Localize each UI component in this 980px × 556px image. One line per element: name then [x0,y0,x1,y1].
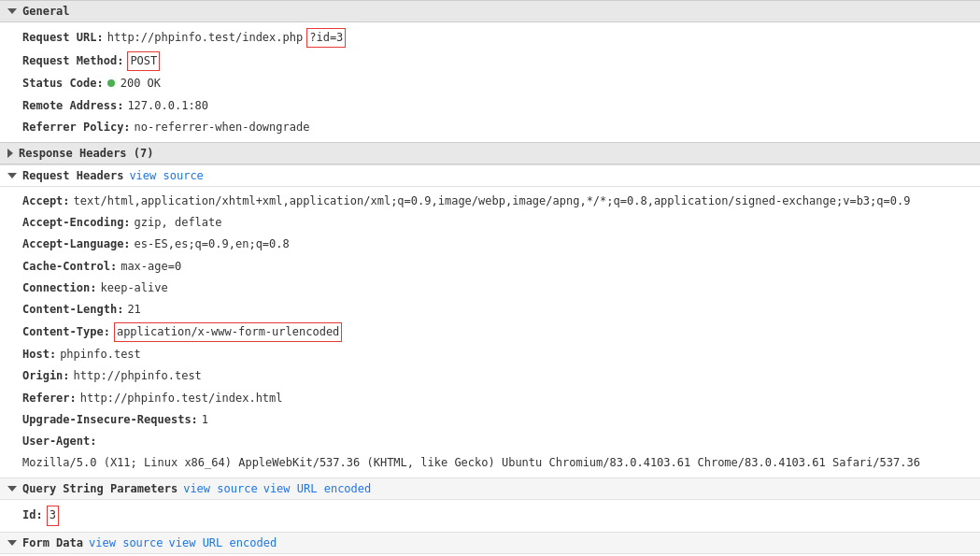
request-header-value: http://phpinfo.test [74,367,202,385]
referrer-policy-value: no-referrer-when-downgrade [135,119,310,136]
request-header-label: Origin: [22,367,70,385]
request-header-value: 1 [202,411,208,429]
request-header-label: Content-Length: [22,301,123,319]
form-data-toggle-icon [7,540,17,546]
status-code-label: Status Code: [22,75,104,93]
query-param-row: Id:3 [0,504,980,527]
general-toggle-icon [7,8,17,14]
query-string-view-source[interactable]: view source [183,482,257,495]
form-data-view-source[interactable]: view source [89,536,163,549]
query-param-value: 3 [47,506,59,525]
remote-address-value: 127.0.0.1:80 [127,97,208,115]
request-header-row: Content-Length:21 [0,299,980,321]
query-string-section: Query String Parameters view source view… [0,478,980,531]
request-method-value: POST [127,51,160,71]
query-string-toggle-icon [7,486,17,492]
request-header-value: text/html,application/xhtml+xml,applicat… [74,192,911,210]
query-string-rows: Id:3 [0,504,980,527]
status-dot-icon [107,79,115,87]
request-method-label: Request Method: [22,52,123,70]
request-header-row: Accept-Language:es-ES,es;q=0.9,en;q=0.8 [0,234,980,255]
response-headers-section: Response Headers (7) [0,142,980,164]
form-data-section: Form Data view source view URL encoded n… [0,532,980,556]
referrer-policy-row: Referrer Policy: no-referrer-when-downgr… [0,117,980,138]
request-url-row: Request URL: http://phpinfo.test/index.p… [0,26,980,50]
remote-address-label: Remote Address: [22,97,123,115]
general-content: Request URL: http://phpinfo.test/index.p… [0,22,980,142]
query-string-content: Id:3 [0,499,980,531]
request-header-label: Referer: [22,390,77,407]
response-headers-header[interactable]: Response Headers (7) [0,142,980,164]
form-data-content: name:Johnsurname:Doe [0,553,980,556]
request-header-value: http://phpinfo.test/index.html [80,390,283,407]
request-header-row: Host:phpinfo.test [0,344,980,365]
request-url-label: Request URL: [22,29,104,47]
status-code-row: Status Code: 200 OK [0,73,980,94]
referrer-policy-label: Referrer Policy: [22,119,131,136]
query-param-label: Id: [22,506,43,524]
request-header-row: Origin:http://phpinfo.test [0,365,980,387]
request-headers-toggle-icon [7,173,17,178]
general-title: General [22,5,70,18]
response-headers-title: Response Headers (7) [19,147,154,160]
form-data-header[interactable]: Form Data view source view URL encoded [0,532,980,553]
request-header-row: Accept:text/html,application/xhtml+xml,a… [0,191,980,212]
request-headers-content: Accept:text/html,application/xhtml+xml,a… [0,186,980,478]
request-header-row: Accept-Encoding:gzip, deflate [0,212,980,234]
request-header-value: es-ES,es;q=0.9,en;q=0.8 [135,235,290,253]
status-code-value: 200 OK [121,75,161,93]
general-section: General Request URL: http://phpinfo.test… [0,0,980,142]
general-header[interactable]: General [0,0,980,22]
request-header-value: Mozilla/5.0 (X11; Linux x86_64) AppleWeb… [22,454,920,472]
request-header-label: Cache-Control: [22,258,117,276]
request-url-base: http://phpinfo.test/index.php [107,29,304,47]
request-header-label: Upgrade-Insecure-Requests: [22,411,198,429]
request-header-label: User-Agent: [22,433,96,450]
request-headers-section: Request Headers view source Accept:text/… [0,164,980,478]
form-data-view-url-encoded[interactable]: view URL encoded [169,536,277,549]
request-header-row: Connection:keep-alive [0,278,980,299]
request-header-label: Accept-Language: [22,235,131,253]
request-header-value: phpinfo.test [60,346,141,364]
request-method-row: Request Method: POST [0,50,980,73]
request-header-row: User-Agent:Mozilla/5.0 (X11; Linux x86_6… [0,431,980,474]
request-headers-title: Request Headers [22,169,123,182]
request-header-value: application/x-www-form-urlencoded [114,322,342,342]
request-header-value: gzip, deflate [135,214,222,232]
query-string-header[interactable]: Query String Parameters view source view… [0,478,980,499]
form-data-title: Form Data [22,536,83,549]
request-header-label: Connection: [22,279,96,297]
request-headers-view-source[interactable]: view source [129,169,203,182]
request-header-value: keep-alive [100,279,167,297]
query-string-title: Query String Parameters [22,482,178,495]
request-headers-rows: Accept:text/html,application/xhtml+xml,a… [0,191,980,474]
request-header-label: Content-Type: [22,323,110,341]
query-string-view-url-encoded[interactable]: view URL encoded [263,482,372,495]
request-header-row: Upgrade-Insecure-Requests:1 [0,409,980,431]
request-header-value: max-age=0 [121,258,181,276]
remote-address-row: Remote Address: 127.0.0.1:80 [0,95,980,117]
request-header-label: Accept-Encoding: [22,214,131,232]
request-headers-header[interactable]: Request Headers view source [0,164,980,186]
response-headers-toggle-icon [7,149,13,158]
request-header-label: Host: [22,346,56,364]
request-header-value: 21 [127,301,140,319]
request-header-row: Cache-Control:max-age=0 [0,256,980,278]
request-header-label: Accept: [22,192,70,210]
request-header-row: Referer:http://phpinfo.test/index.html [0,388,980,409]
request-header-row: Content-Type:application/x-www-form-urle… [0,321,980,344]
request-url-param: ?id=3 [306,28,346,48]
